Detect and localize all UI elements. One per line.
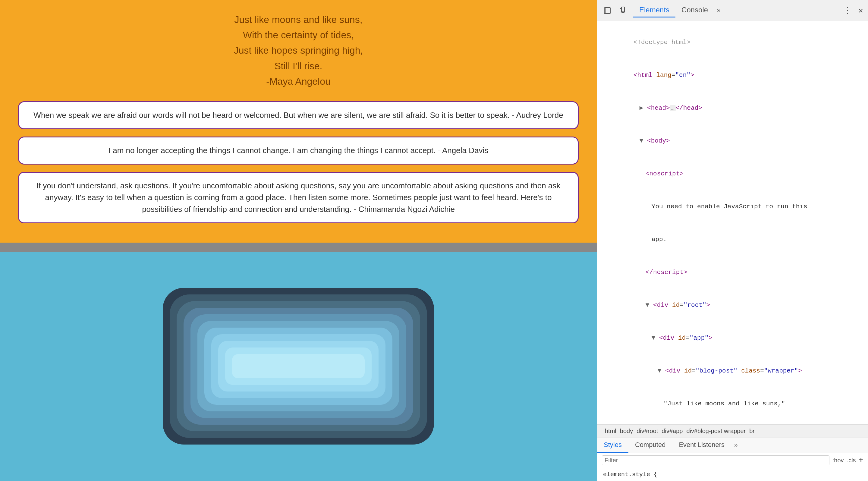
element-style-area: element.style { [597,468,868,481]
devtools-tabs: Elements Console » [633,3,843,18]
breadcrumb-app[interactable]: div#app [660,427,684,435]
device-icon[interactable] [618,5,628,16]
devtools-toolbar: Elements Console » ⋮ ✕ [597,0,868,21]
tab-console[interactable]: Console [675,3,714,18]
svg-rect-4 [620,8,621,12]
blue-section [0,252,597,481]
inspect-icon[interactable] [602,5,613,16]
styles-more-tabs-button[interactable]: » [731,439,741,452]
nested-rects-visual [163,288,434,445]
filter-plus-button[interactable]: + [859,456,863,464]
breadcrumb-root[interactable]: div#root [635,427,660,435]
poem-line-1: Just like moons and like suns, [234,14,362,25]
filter-bar: :hov .cls + [597,453,868,468]
tree-line-div-blog-post[interactable]: ▼ <div id="blog-post" class="wrapper"> [603,355,862,388]
webpage-panel: Just like moons and like suns, With the … [0,0,597,481]
separator-bar [0,243,597,252]
breadcrumb-html[interactable]: html [603,427,618,435]
filter-cls-button[interactable]: .cls [847,457,856,464]
poem-area: Just like moons and like suns, With the … [18,12,579,89]
tree-line-noscript-text1: You need to enable JavaScript to run thi… [603,190,862,223]
poem-line-2: With the certainty of tides, [243,30,354,40]
tree-line-br1: <br> [603,420,862,424]
devtools-toolbar-right: ⋮ ✕ [843,5,863,16]
poem-line-3: Just like hopes springing high, [234,45,363,56]
poem-line-5: -Maya Angelou [266,76,330,87]
styles-tabs-bar: Styles Computed Event Listeners » [597,438,868,453]
breadcrumb-br[interactable]: br [747,427,756,435]
html-tree: <!doctype html> <html lang="en"> ▶ <head… [597,21,868,424]
tree-line-html: <html lang="en"> [603,59,862,92]
poem-line-4: Still I'll rise. [274,61,322,71]
tree-line-head[interactable]: ▶ <head>…</head> [603,92,862,125]
tree-line-noscript-close: </noscript> [603,256,862,289]
close-button[interactable]: ✕ [858,6,863,15]
tree-line-div-app[interactable]: ▼ <div id="app"> [603,322,862,355]
comment-box-2: I am no longer accepting the things I ca… [18,136,579,165]
tab-styles[interactable]: Styles [597,438,628,453]
tab-event-listeners[interactable]: Event Listeners [672,438,731,453]
tab-elements[interactable]: Elements [633,3,675,18]
svg-rect-0 [604,7,610,13]
tree-line-noscript-text2: app. [603,223,862,256]
tree-line-body[interactable]: ▼ <body> [603,125,862,157]
comment-box-1: When we speak we are afraid our words wi… [18,101,579,129]
filter-hov-button[interactable]: :hov [832,457,844,464]
html-tree-content[interactable]: <!doctype html> <html lang="en"> ▶ <head… [597,21,868,424]
orange-section: Just like moons and like suns, With the … [0,0,597,243]
tree-line-text-moons: "Just like moons and like suns," [603,388,862,420]
breadcrumb-body[interactable]: body [618,427,635,435]
breadcrumb-blog-post[interactable]: div#blog-post.wrapper [684,427,747,435]
tree-line-div-root[interactable]: ▼ <div id="root"> [603,289,862,322]
more-options-button[interactable]: ⋮ [843,5,852,16]
tree-line-doctype: <!doctype html> [603,26,862,59]
devtools-panel: Elements Console » ⋮ ✕ <!doctype html> [597,0,868,481]
more-tabs-button[interactable]: » [714,4,724,16]
styles-panel: Styles Computed Event Listeners » :hov .… [597,438,868,481]
tab-computed[interactable]: Computed [628,438,673,453]
tree-line-noscript: <noscript> [603,157,862,190]
styles-filter-input[interactable] [602,455,830,465]
comment-box-3: If you don't understand, ask questions. … [18,172,579,223]
breadcrumb-bar: html body div#root div#app div#blog-post… [597,424,868,438]
